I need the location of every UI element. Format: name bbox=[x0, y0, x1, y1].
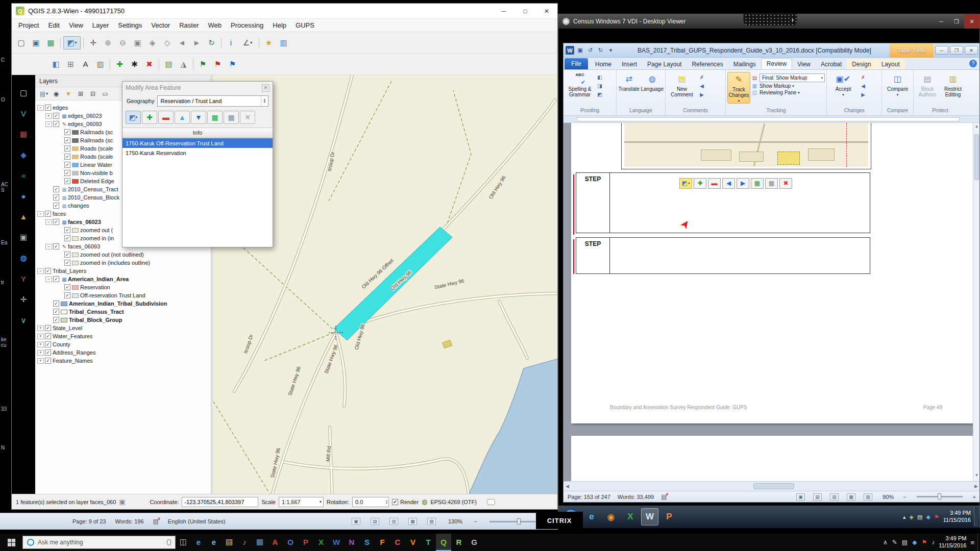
toolbar-icon[interactable]: ▣▾ bbox=[131, 36, 144, 49]
toolbar-icon[interactable]: ▾ bbox=[259, 37, 259, 48]
layer-label[interactable]: faces_06093 bbox=[68, 243, 100, 249]
word-titlebar[interactable]: W ▣ ↺ ↻ ▾ BAS_2017_Tribal_GUPS_Responden… bbox=[564, 43, 979, 58]
reject-icon[interactable]: ✗ bbox=[859, 73, 867, 81]
toolbar-icon[interactable]: ▥▾ bbox=[277, 36, 290, 49]
tray-icon[interactable]: ◆ bbox=[926, 514, 930, 520]
list-item[interactable]: 1750-Karuk Reservation bbox=[122, 148, 273, 158]
tray-icon[interactable]: ✎ bbox=[892, 539, 897, 546]
panel-tool-icon[interactable]: ⊞▾ bbox=[76, 89, 86, 99]
layer-tree-row[interactable]: ✓ Tribal_Block_Group bbox=[35, 316, 211, 324]
layer-checkbox[interactable]: ✓ bbox=[53, 219, 59, 225]
toolbar-icon[interactable]: ▾ bbox=[221, 37, 222, 48]
desktop-icon[interactable]: ▢ bbox=[20, 88, 27, 97]
zoom-slider-thumb[interactable] bbox=[938, 493, 941, 499]
expander-icon[interactable]: + bbox=[37, 325, 44, 331]
taskbar-app-icon[interactable]: F bbox=[375, 534, 390, 551]
toolbar-icon[interactable]: ⊞▾ bbox=[64, 58, 78, 71]
toolbar-icon[interactable]: ◇▾ bbox=[160, 36, 174, 49]
toolbar-icon[interactable]: ◈▾ bbox=[145, 36, 159, 49]
toolbar-icon[interactable]: ▦▾ bbox=[44, 36, 58, 49]
toolbar-icon[interactable]: ◮▾ bbox=[177, 58, 190, 71]
layer-tree-row[interactable]: − ✓ ▦ American_Indian_Area bbox=[35, 275, 211, 283]
zoom-level[interactable]: 90% bbox=[883, 494, 894, 500]
new-comment-button[interactable]: ▤ New Comment bbox=[667, 72, 697, 97]
layer-tree-row[interactable]: − ✓ Tribal_Layers bbox=[35, 267, 211, 275]
layer-label[interactable]: County bbox=[53, 341, 70, 347]
taskbar-app-icon[interactable]: P bbox=[298, 534, 313, 551]
layer-tree-row[interactable]: + ✓ Feature_Names bbox=[35, 357, 211, 365]
web-layout-view-icon[interactable]: ▥ bbox=[389, 518, 398, 525]
epsg-status[interactable]: EPSG:4269 (OTF) bbox=[430, 499, 476, 505]
layer-label[interactable]: faces_06023 bbox=[68, 219, 101, 225]
layer-label[interactable]: State_Level bbox=[53, 325, 82, 331]
search-placeholder[interactable]: Ask me anything bbox=[38, 539, 163, 546]
expander-icon[interactable]: + bbox=[37, 358, 44, 364]
dialog-tool-icon[interactable]: ▦▾ bbox=[207, 111, 223, 124]
expander-icon[interactable]: − bbox=[45, 277, 52, 282]
panel-tool-icon[interactable]: ⊟▾ bbox=[88, 89, 98, 99]
layer-checkbox[interactable]: ✓ bbox=[45, 105, 51, 111]
maximize-button[interactable]: □ bbox=[514, 4, 536, 19]
desktop-icon[interactable]: ● bbox=[21, 192, 26, 201]
page-count-status[interactable]: Page: 9 of 23 bbox=[72, 518, 106, 524]
spelling-grammar-button[interactable]: ABC✔ Spelling & Grammar bbox=[565, 72, 595, 97]
proofing-status-icon[interactable]: ▤✗ bbox=[661, 493, 667, 500]
tray-icon[interactable]: ▤ bbox=[917, 514, 922, 520]
qat-dropdown-icon[interactable]: ▾ bbox=[606, 46, 615, 55]
layer-label[interactable]: Railroads (sc bbox=[80, 137, 113, 143]
show-markup-button[interactable]: ▥Show Markup▾ bbox=[751, 83, 825, 89]
toolbar-icon[interactable]: A▾ bbox=[79, 58, 92, 71]
ribbon-tab[interactable]: Layout bbox=[876, 59, 905, 69]
tray-icon[interactable]: ▴ bbox=[903, 514, 906, 520]
toolbar-icon[interactable]: ◩▾ bbox=[63, 36, 81, 49]
layer-tree-row[interactable]: ✓ zoomed in (includes outline) bbox=[35, 259, 211, 267]
toolbar-icon[interactable]: ▾ bbox=[110, 59, 110, 70]
tray-icon[interactable]: ◈ bbox=[910, 514, 914, 520]
toolbar-icon[interactable]: ⚑▾ bbox=[226, 58, 239, 71]
ribbon-tab[interactable]: Page Layout bbox=[642, 59, 687, 69]
layer-label[interactable]: Water_Features bbox=[53, 333, 92, 339]
proofing-status-icon[interactable]: ▤✗ bbox=[153, 518, 159, 525]
language-status[interactable]: English (United States) bbox=[168, 518, 226, 524]
start-button[interactable] bbox=[0, 534, 22, 551]
scrollbar-thumb[interactable] bbox=[753, 483, 794, 489]
layer-checkbox[interactable]: ✓ bbox=[53, 276, 59, 282]
dialog-tool-icon[interactable]: ▦▾ bbox=[224, 111, 239, 124]
layer-checkbox[interactable]: ✓ bbox=[45, 333, 51, 339]
taskbar-app-icon[interactable]: ◫ bbox=[176, 534, 191, 551]
rotation-spinner[interactable]: 0.0▴▾ bbox=[352, 497, 389, 507]
toolbar-icon[interactable]: ⚑▾ bbox=[196, 58, 210, 71]
coordinate-input[interactable] bbox=[182, 497, 258, 507]
zoom-slider[interactable] bbox=[489, 521, 535, 522]
undo-icon[interactable]: ↺ bbox=[586, 46, 595, 55]
expander-icon[interactable]: + bbox=[45, 113, 52, 119]
layer-tree-row[interactable]: ✓ Reservation bbox=[35, 283, 211, 291]
minimize-button[interactable]: ─ bbox=[935, 46, 948, 55]
layer-label[interactable]: 2010_Census_Block bbox=[68, 194, 119, 201]
layer-label[interactable]: edges_06023 bbox=[68, 113, 102, 119]
layer-checkbox[interactable]: ✓ bbox=[53, 121, 59, 127]
menu-item[interactable]: View bbox=[64, 21, 88, 29]
layer-label[interactable]: Railroads (sc bbox=[80, 129, 113, 135]
tray-icon[interactable]: ◆ bbox=[912, 539, 917, 546]
layer-checkbox[interactable]: ✓ bbox=[64, 129, 70, 135]
zoom-out-icon[interactable]: − bbox=[474, 518, 477, 524]
layer-checkbox[interactable]: ✓ bbox=[45, 211, 51, 217]
layer-label[interactable]: American_Indian_Area bbox=[68, 276, 129, 282]
expander-icon[interactable]: + bbox=[37, 334, 44, 339]
menu-item[interactable]: Vector bbox=[146, 21, 175, 29]
ribbon-tab[interactable]: Home bbox=[590, 59, 617, 69]
taskbar-app-icon[interactable]: X bbox=[313, 534, 329, 551]
layer-tree-row[interactable]: + ✓ Address_Ranges bbox=[35, 348, 211, 357]
tray-icon[interactable]: ∧ bbox=[883, 539, 888, 546]
dialog-tool-icon[interactable]: ◩▾ bbox=[126, 111, 141, 124]
language-button[interactable]: ◍ Language bbox=[641, 72, 664, 92]
taskbar-app-icon[interactable]: Q bbox=[436, 534, 451, 551]
dialog-tool-icon[interactable]: ✚▾ bbox=[142, 111, 157, 124]
layer-checkbox[interactable]: ✓ bbox=[45, 358, 51, 364]
dialog-titlebar[interactable]: Modify Area Feature ✕ bbox=[122, 82, 273, 94]
layer-label[interactable]: Tribal_Layers bbox=[53, 268, 86, 274]
toolbar-icon[interactable]: ▧▾ bbox=[162, 58, 176, 71]
print-layout-view-icon[interactable]: ▣ bbox=[796, 493, 805, 500]
ribbon-tab[interactable]: Mailings bbox=[728, 59, 761, 69]
